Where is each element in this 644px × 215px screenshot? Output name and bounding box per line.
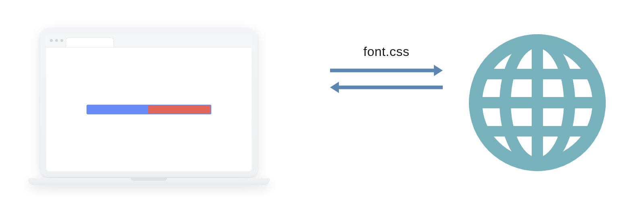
arrow-right-icon bbox=[330, 63, 443, 78]
window-controls-icon bbox=[50, 39, 63, 42]
svg-rect-10 bbox=[469, 126, 606, 136]
laptop-screen bbox=[40, 28, 258, 177]
request-label: font.css bbox=[330, 44, 443, 59]
loading-bar-fill bbox=[148, 105, 211, 114]
svg-marker-3 bbox=[330, 82, 339, 93]
browser-viewport bbox=[46, 48, 252, 172]
laptop-base bbox=[28, 178, 270, 185]
svg-marker-1 bbox=[434, 65, 443, 76]
svg-rect-9 bbox=[469, 69, 606, 79]
transfer-arrows: font.css bbox=[330, 44, 443, 95]
arrow-left-icon bbox=[330, 80, 443, 95]
browser-window bbox=[46, 34, 252, 172]
loading-bar bbox=[87, 105, 211, 114]
globe-icon bbox=[469, 34, 606, 171]
browser-toolbar bbox=[46, 34, 252, 48]
diagram-stage: font.css bbox=[0, 0, 644, 215]
browser-tab bbox=[66, 37, 114, 47]
svg-rect-8 bbox=[469, 97, 606, 108]
laptop-icon bbox=[40, 28, 258, 185]
